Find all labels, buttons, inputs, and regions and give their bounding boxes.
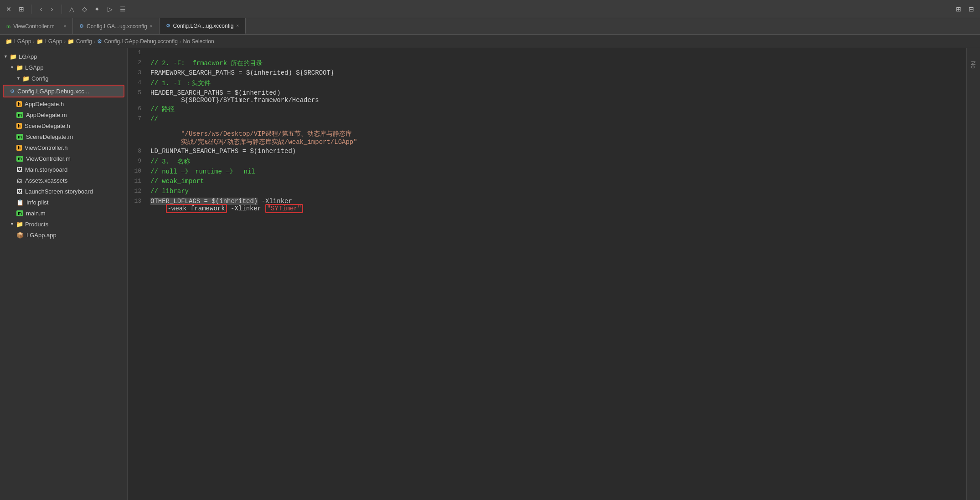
sidebar-label-main-storyboard: Main.storyboard — [25, 166, 67, 173]
code-line-10: 10 // null —》 runtime —》 nil — [128, 167, 966, 177]
assets-icon: 🗂 — [16, 177, 22, 184]
line-num-4: 4 — [128, 79, 150, 86]
breadcrumb-label-lgapp: LGApp — [14, 38, 31, 45]
line-num-8: 8 — [128, 147, 150, 154]
sidebar-item-lgapp-child[interactable]: ▼ 📁 LGApp — [0, 62, 127, 73]
sidebar-item-appdelegate-m[interactable]: m AppDelegate.m — [0, 109, 127, 120]
m-icon-scenedelegate: m — [16, 134, 23, 140]
tab-viewcontroller[interactable]: m ViewController.m × — [0, 18, 73, 34]
sidebar-item-lgapp-app[interactable]: 📦 LGApp.app — [0, 230, 127, 240]
m-icon-main: m — [16, 210, 23, 216]
storyboard-icon-main: 🖼 — [16, 166, 22, 173]
sidebar-label-info-plist: Info.plist — [26, 199, 48, 206]
breadcrumb: 📁 LGApp › 📁 LGApp › 📁 Config › ⚙ Config.… — [0, 35, 980, 48]
sidebar-item-config-debug[interactable]: ⚙ Config.LGApp.Debug.xcc... — [4, 86, 124, 97]
chevron-down-icon: ▼ — [4, 54, 8, 59]
tab-config1[interactable]: ⚙ Config.LGA...ug.xcconfig × — [73, 18, 160, 34]
code-line-2: 2 // 2. -F: frmaework 所在的目录 — [128, 58, 966, 68]
sidebar-item-main-m[interactable]: m main.m — [0, 208, 127, 219]
sidebar-label-main-m: main.m — [26, 210, 46, 217]
sidebar-item-viewcontroller-h[interactable]: h ViewController.h — [0, 142, 127, 153]
nav-back-button[interactable]: ‹ — [36, 4, 46, 14]
no-selection-label: No — [970, 61, 977, 69]
breadcrumb-sep-4: › — [180, 39, 181, 44]
tab-icon-config1: ⚙ — [79, 23, 84, 29]
h-icon-scenedelegate: h — [16, 123, 22, 129]
line-content-1 — [150, 49, 966, 49]
sidebar-item-config-group[interactable]: ▼ 📁 Config — [0, 73, 127, 84]
line-num-1: 1 — [128, 49, 150, 56]
breadcrumb-no-selection: No Selection — [183, 38, 214, 45]
scheme-button[interactable]: ⊞ — [16, 4, 26, 14]
warning-button[interactable]: △ — [67, 4, 77, 14]
line-num-13: 13 — [128, 197, 150, 204]
shape-button[interactable]: ▷ — [105, 4, 115, 14]
line-content-9: // 3. 名称 — [150, 157, 966, 166]
stop-button[interactable]: ✕ — [4, 4, 14, 14]
code-line-8: 8 LD_RUNPATH_SEARCH_PATHS = $(inherited) — [128, 147, 966, 157]
tab-config2[interactable]: ⚙ Config.LGA...ug.xcconfig × — [160, 18, 246, 34]
breadcrumb-lgapp-child[interactable]: 📁 LGApp — [36, 38, 62, 45]
h-icon-appdelegate: h — [16, 101, 22, 107]
line-num-6: 6 — [128, 105, 150, 112]
line-content-5: HEADER_SEARCH_PATHS = $(inherited) ${SRC… — [150, 89, 966, 104]
sidebar-label-config: Config — [31, 75, 49, 82]
sidebar-item-main-storyboard[interactable]: 🖼 Main.storyboard — [0, 164, 127, 175]
sidebar-item-viewcontroller-m[interactable]: m ViewController.m — [0, 153, 127, 164]
sidebar-label-scenedelegate-h: SceneDelegate.h — [25, 122, 70, 129]
line-content-13: OTHER_LDFLAGS = $(inherited) -Xlinker -w… — [150, 197, 966, 212]
sidebar-item-scenedelegate-h[interactable]: h SceneDelegate.h — [0, 120, 127, 131]
folder-icon-2: 📁 — [16, 64, 23, 71]
sidebar-item-lgapp-root[interactable]: ▼ 📁 LGApp — [0, 51, 127, 62]
line-num-3: 3 — [128, 69, 150, 76]
chevron-down-icon-2: ▼ — [10, 65, 14, 70]
sidebar-label-assets: Assets.xcassets — [25, 177, 67, 184]
sidebar-label-lgapp-app: LGApp.app — [26, 232, 57, 239]
chevron-down-icon-3: ▼ — [16, 76, 21, 81]
sidebar: ▼ 📁 LGApp ▼ 📁 LGApp ▼ 📁 Config ⚙ Config.… — [0, 48, 128, 500]
breadcrumb-lgapp-root[interactable]: 📁 LGApp — [5, 38, 31, 45]
code-line-1: 1 — [128, 48, 966, 58]
tab-label-config2: Config.LGA...ug.xcconfig — [173, 23, 234, 29]
folder-icon-products: 📁 — [16, 221, 23, 228]
list-button[interactable]: ☰ — [118, 4, 128, 14]
sidebar-item-products-group[interactable]: ▼ 📁 Products — [0, 219, 127, 230]
tab-label-viewcontroller: ViewController.m — [13, 23, 54, 30]
plist-icon: 📋 — [16, 199, 24, 206]
code-editor[interactable]: 1 2 // 2. -F: frmaework 所在的目录 3 FRAMEWOR… — [128, 48, 966, 500]
breadcrumb-sep-3: › — [94, 39, 96, 44]
breadcrumb-icon-lgapp: 📁 — [5, 38, 12, 45]
code-line-12: 12 // library — [128, 187, 966, 197]
sidebar-item-assets[interactable]: 🗂 Assets.xcassets — [0, 175, 127, 186]
code-line-3: 3 FRAMEWORK_SEARCH_PATHS = $(inherited) … — [128, 68, 966, 78]
breadcrumb-config[interactable]: 📁 Config — [67, 38, 92, 45]
sidebar-label-scenedelegate-m: SceneDelegate.m — [26, 133, 73, 140]
code-line-7: 7 // "/Users/ws/Desktop/VIP课程/第五节、动态库与静态… — [128, 114, 966, 147]
breadcrumb-xcconfig[interactable]: ⚙ Config.LGApp.Debug.xcconfig — [97, 38, 177, 45]
line-content-10: // null —》 runtime —》 nil — [150, 167, 966, 176]
sidebar-label-appdelegate-m: AppDelegate.m — [26, 112, 67, 118]
line-content-6: // 路径 — [150, 105, 966, 113]
main-layout: ▼ 📁 LGApp ▼ 📁 LGApp ▼ 📁 Config ⚙ Config.… — [0, 48, 980, 500]
sidebar-label-config-debug: Config.LGApp.Debug.xcc... — [17, 88, 89, 95]
sidebar-item-info-plist[interactable]: 📋 Info.plist — [0, 197, 127, 208]
tab-close-viewcontroller[interactable]: × — [63, 24, 66, 29]
sidebar-item-launchscreen[interactable]: 🖼 LaunchScreen.storyboard — [0, 186, 127, 197]
tab-close-config2[interactable]: × — [236, 23, 239, 28]
line-content-7: // "/Users/ws/Desktop/VIP课程/第五节、动态库与静态库 … — [150, 115, 966, 146]
m-icon-appdelegate: m — [16, 112, 23, 118]
inspector-toggle[interactable]: ⊟ — [966, 4, 976, 14]
toolbar: ✕ ⊞ ‹ › △ ◇ ✦ ▷ ☰ ⊞ ⊟ — [0, 0, 980, 18]
bookmark-button[interactable]: ◇ — [79, 4, 89, 14]
settings-button[interactable]: ✦ — [92, 4, 102, 14]
right-panel-toggle[interactable]: ⊞ — [954, 4, 964, 14]
sidebar-item-appdelegate-h[interactable]: h AppDelegate.h — [0, 98, 127, 109]
tab-close-config1[interactable]: × — [150, 24, 153, 29]
line-content-3: FRAMEWORK_SEARCH_PATHS = $(inherited) ${… — [150, 69, 966, 77]
line-num-5: 5 — [128, 89, 150, 96]
sidebar-item-scenedelegate-m[interactable]: m SceneDelegate.m — [0, 131, 127, 142]
nav-forward-button[interactable]: › — [47, 4, 57, 14]
sidebar-label-viewcontroller-h: ViewController.h — [25, 144, 67, 151]
tab-label-config1: Config.LGA...ug.xcconfig — [87, 23, 147, 30]
sidebar-label-appdelegate-h: AppDelegate.h — [25, 101, 64, 107]
